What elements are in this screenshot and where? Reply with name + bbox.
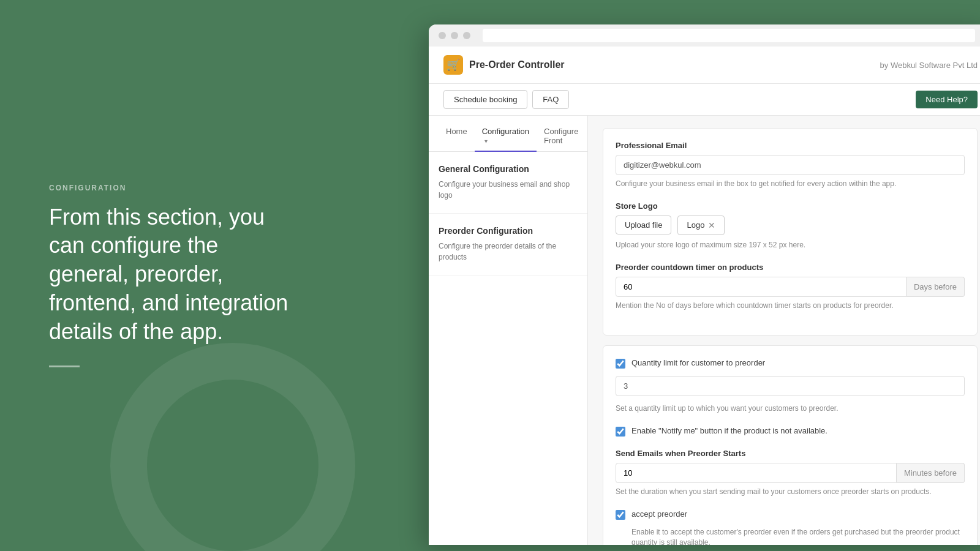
send-emails-hint: Set the duration when you start sending … xyxy=(616,487,965,497)
logo-upload-area: Upload file Logo ✕ xyxy=(616,216,965,235)
circle-decoration xyxy=(110,343,355,551)
browser-dot-1 xyxy=(439,32,446,39)
notify-me-checkbox-label: Enable "Notify me" button if the product… xyxy=(631,426,827,435)
by-text: by Webkul Software Pvt Ltd xyxy=(880,61,978,70)
store-logo-hint: Upload your store logo of maximum size 1… xyxy=(616,240,965,250)
send-emails-input[interactable] xyxy=(616,463,897,483)
quantity-limit-hint: Set a quantity limit up to which you wan… xyxy=(616,403,965,414)
logo-tag-button[interactable]: Logo ✕ xyxy=(677,216,725,235)
accept-preorder-group: accept preorder Enable it to accept the … xyxy=(616,509,965,545)
schedule-booking-button[interactable]: Schedule booking xyxy=(443,90,527,109)
chevron-down-icon: ▾ xyxy=(484,138,488,144)
app-title: Pre-Order Controller xyxy=(469,59,565,70)
notify-me-checkbox-row: Enable "Notify me" button if the product… xyxy=(616,426,965,437)
main-description: From this section, you can configure the… xyxy=(49,203,294,347)
days-before-suffix: Days before xyxy=(907,277,965,297)
notify-me-group: Enable "Notify me" button if the product… xyxy=(616,426,965,437)
browser-window: 🛒 Pre-Order Controller by Webkul Softwar… xyxy=(429,24,980,545)
professional-email-label: Professional Email xyxy=(616,141,965,150)
general-config-title: General Configuration xyxy=(439,164,578,174)
quantity-limit-checkbox[interactable] xyxy=(616,359,625,369)
quantity-limit-group: Quantity limit for customer to preorder … xyxy=(616,358,965,414)
accept-preorder-checkbox[interactable] xyxy=(616,510,625,520)
send-emails-input-group: Minutes before xyxy=(616,463,965,483)
logo-area: 🛒 Pre-Order Controller xyxy=(443,55,565,75)
nav-tab-configuration[interactable]: Configuration ▾ xyxy=(475,121,537,151)
browser-content: 🛒 Pre-Order Controller by Webkul Softwar… xyxy=(429,47,980,545)
send-emails-label: Send Emails when Preorder Starts xyxy=(616,449,965,458)
notify-me-checkbox[interactable] xyxy=(616,427,625,437)
main-content: Home Configuration ▾ Configure Front Gen… xyxy=(429,116,980,545)
countdown-timer-input[interactable] xyxy=(616,277,907,297)
browser-bar xyxy=(429,24,980,47)
accept-preorder-hint: Enable it to accept the customer's preor… xyxy=(631,527,965,545)
send-emails-group: Send Emails when Preorder Starts Minutes… xyxy=(616,449,965,497)
store-logo-label: Store Logo xyxy=(616,201,965,211)
general-config-section-nav: General Configuration Configure your bus… xyxy=(429,152,587,214)
accept-preorder-checkbox-row: accept preorder xyxy=(616,509,965,520)
need-help-button[interactable]: Need Help? xyxy=(916,91,978,108)
general-config-card: Professional Email Configure your busine… xyxy=(603,128,978,335)
nav-tabs: Home Configuration ▾ Configure Front xyxy=(429,121,587,152)
toolbar: Schedule booking FAQ Need Help? xyxy=(429,84,980,116)
countdown-timer-group: Preorder countdown timer on products Day… xyxy=(616,263,965,311)
preorder-config-title: Preorder Configuration xyxy=(439,226,578,236)
professional-email-input[interactable] xyxy=(616,155,965,175)
countdown-timer-input-group: Days before xyxy=(616,277,965,297)
config-panel: Professional Email Configure your busine… xyxy=(588,116,980,545)
toolbar-left-buttons: Schedule booking FAQ xyxy=(443,90,569,109)
general-config-desc: Configure your business email and shop l… xyxy=(439,179,578,201)
nav-tab-configure-front[interactable]: Configure Front xyxy=(537,121,586,151)
preorder-config-card: Quantity limit for customer to preorder … xyxy=(603,345,978,545)
config-label: CONFIGURATION xyxy=(49,184,294,192)
browser-dot-3 xyxy=(463,32,470,39)
faq-button[interactable]: FAQ xyxy=(532,90,569,109)
accept-preorder-checkbox-label: accept preorder xyxy=(631,509,687,519)
url-bar xyxy=(483,29,975,42)
store-logo-group: Store Logo Upload file Logo ✕ Upload you… xyxy=(616,201,965,250)
nav-tab-home[interactable]: Home xyxy=(439,121,475,151)
left-nav: Home Configuration ▾ Configure Front Gen… xyxy=(429,116,588,545)
professional-email-group: Professional Email Configure your busine… xyxy=(616,141,965,189)
upload-file-button[interactable]: Upload file xyxy=(616,216,671,234)
app-logo-icon: 🛒 xyxy=(443,55,463,75)
quantity-limit-input[interactable] xyxy=(616,376,965,396)
countdown-timer-label: Preorder countdown timer on products xyxy=(616,263,965,272)
quantity-limit-checkbox-label: Quantity limit for customer to preorder xyxy=(631,358,765,367)
quantity-limit-checkbox-row: Quantity limit for customer to preorder xyxy=(616,358,965,369)
close-icon: ✕ xyxy=(708,220,715,230)
preorder-config-desc: Configure the preorder details of the pr… xyxy=(439,241,578,263)
minutes-before-suffix: Minutes before xyxy=(897,463,965,483)
professional-email-hint: Configure your business email in the box… xyxy=(616,179,965,189)
countdown-timer-hint: Mention the No of days before which coun… xyxy=(616,301,965,311)
divider xyxy=(49,365,80,367)
browser-dot-2 xyxy=(451,32,458,39)
left-panel: CONFIGURATION From this section, you can… xyxy=(0,0,343,551)
preorder-config-section-nav: Preorder Configuration Configure the pre… xyxy=(429,214,587,276)
app-header: 🛒 Pre-Order Controller by Webkul Softwar… xyxy=(429,47,980,84)
